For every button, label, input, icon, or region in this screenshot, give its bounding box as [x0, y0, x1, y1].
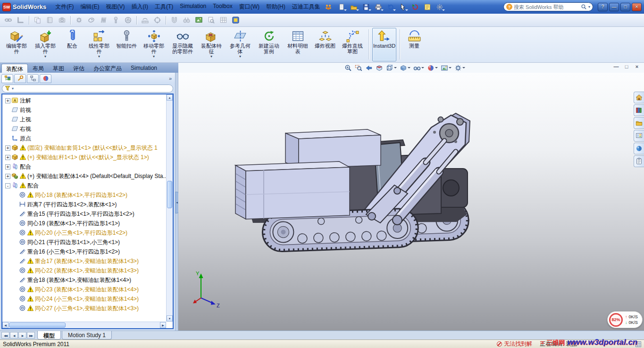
- ribbon-button-reference-geometry[interactable]: 参考几何体▾: [227, 28, 253, 61]
- menu-item[interactable]: 工具(T): [151, 1, 176, 12]
- tree-item[interactable]: 同心20 (小三角<1>,平行四边形1<2>): [3, 228, 166, 238]
- dropdown-arrow-icon[interactable]: ▾: [210, 55, 212, 58]
- caliper-icon[interactable]: [140, 15, 151, 25]
- cam-tool-icon[interactable]: [86, 15, 97, 25]
- options-button[interactable]: [434, 2, 445, 12]
- tree-item[interactable]: -配合: [3, 181, 166, 190]
- scroll-down-arrow[interactable]: ▼: [167, 315, 173, 322]
- open-file-button[interactable]: [348, 2, 360, 12]
- propertymanager-tab[interactable]: [14, 74, 26, 83]
- scroll-thumb[interactable]: [167, 181, 172, 208]
- bolt-tool-icon[interactable]: [110, 15, 121, 25]
- tree-item[interactable]: 同心23 (装配体<1>,变幅油缸装配体1<4>): [3, 285, 166, 294]
- command-tab[interactable]: Simulation: [126, 64, 161, 73]
- help-button[interactable]: ?: [598, 3, 608, 11]
- tree-horizontal-scrollbar[interactable]: ◀ ▶: [2, 322, 166, 328]
- tree-item[interactable]: +(+) 变幅油缸装配体1<4> (Default<Default_Displa…: [3, 171, 166, 181]
- save-button[interactable]: [360, 2, 372, 12]
- tree-item[interactable]: 右视: [3, 124, 166, 134]
- configurationmanager-tab[interactable]: [27, 74, 39, 83]
- plus-expander[interactable]: +: [5, 145, 10, 151]
- filter-funnel-icon[interactable]: [5, 85, 10, 91]
- panel-overflow-button[interactable]: »: [167, 76, 174, 81]
- restore-document-button[interactable]: □: [623, 64, 630, 69]
- ribbon-button-mate[interactable]: 配合: [61, 28, 83, 61]
- plus-expander[interactable]: +: [5, 98, 10, 103]
- tree-item[interactable]: 前视: [3, 105, 166, 115]
- file-properties-button[interactable]: [422, 2, 433, 12]
- solidworks-resources-home-icon[interactable]: [634, 92, 644, 103]
- tree-vertical-scrollbar[interactable]: ▲ ▼: [166, 94, 173, 322]
- menu-item[interactable]: 帮助(H): [263, 1, 289, 12]
- chain-link-icon[interactable]: [3, 15, 14, 25]
- view-palette-icon[interactable]: [634, 130, 644, 142]
- tree-item[interactable]: +(+) 变幅油缸杆1<1> (默认<<默认>_显示状态 1>): [3, 153, 166, 162]
- select-cursor-button[interactable]: [397, 2, 409, 12]
- scroll-right-arrow[interactable]: ▶: [160, 322, 166, 328]
- spreadsheet-icon[interactable]: [218, 15, 229, 25]
- plus-expander[interactable]: +: [5, 164, 10, 170]
- tree-item[interactable]: +配合: [3, 162, 166, 171]
- tree-item[interactable]: 重合16 (小三角<1>,平行四边形1<2>): [3, 247, 166, 256]
- ribbon-button-instant3d[interactable]: Instant3D: [372, 28, 396, 61]
- command-tab[interactable]: 草图: [49, 64, 68, 73]
- menu-item[interactable]: 视图(V): [103, 1, 128, 12]
- apply-scene-icon[interactable]: [441, 63, 452, 72]
- scroll-thumb-horizontal[interactable]: [9, 323, 66, 328]
- close-button[interactable]: ×: [632, 3, 642, 11]
- scroll-left-arrow[interactable]: ◀: [2, 322, 8, 328]
- tree-item[interactable]: 上视: [3, 115, 166, 124]
- zoom-to-area-icon[interactable]: [355, 63, 362, 72]
- print-preview-icon[interactable]: [206, 15, 217, 25]
- plus-expander[interactable]: +: [5, 174, 10, 179]
- hide-show-items-icon[interactable]: [413, 63, 424, 72]
- tree-item[interactable]: 重合18 (装配体<1>,变幅油缸装配体1<4>): [3, 275, 166, 285]
- tree-item[interactable]: +(固定) 变幅油缸套筒1<1> (默认<<默认>_显示状态 1: [3, 143, 166, 153]
- camera-icon[interactable]: [57, 15, 67, 25]
- minus-expander[interactable]: -: [5, 183, 10, 188]
- design-binder-icon[interactable]: [44, 15, 55, 25]
- file-explorer-icon[interactable]: [634, 117, 644, 129]
- close-document-button[interactable]: ×: [634, 64, 640, 69]
- prev-tab-button[interactable]: ◀: [10, 332, 18, 339]
- minimize-button[interactable]: —: [609, 3, 619, 11]
- first-tab-button[interactable]: ◀◀: [1, 332, 9, 339]
- command-tab[interactable]: 布局: [28, 64, 48, 73]
- ribbon-button-linear-component-pattern[interactable]: 线性零部件▾: [86, 28, 112, 61]
- dropdown-arrow-icon[interactable]: ▾: [44, 55, 46, 58]
- search-input[interactable]: [514, 4, 579, 10]
- minimize-document-button[interactable]: —: [613, 64, 619, 69]
- tree-item[interactable]: 同心21 (平行四边形1<1>,小三角<1>): [3, 238, 166, 247]
- ribbon-button-new-motion-study[interactable]: 新建运动算例: [256, 28, 282, 61]
- menu-item[interactable]: 编辑(E): [77, 1, 103, 12]
- scroll-up-arrow[interactable]: ▲: [167, 94, 173, 101]
- tree-item[interactable]: 同心22 (装配体<1>,变幅油缸装配体1<3>): [3, 266, 166, 275]
- panel-splitter[interactable]: ◂: [175, 73, 178, 331]
- ribbon-button-bill-of-materials[interactable]: 材料明细表: [285, 28, 310, 61]
- spring-tool-icon[interactable]: [98, 15, 109, 25]
- tree-item[interactable]: 同心19 (装配体<1>,平行四边形1<1>): [3, 219, 166, 228]
- document-tab[interactable]: Motion Study 1: [62, 331, 112, 340]
- design-library-icon[interactable]: [634, 104, 644, 116]
- tree-item[interactable]: 同心18 (装配体<1>,平行四边形1<2>): [3, 190, 166, 200]
- section-view-icon[interactable]: [376, 63, 383, 72]
- assembly-model[interactable]: [178, 73, 644, 331]
- print-button[interactable]: [373, 2, 384, 12]
- view-orientation-icon[interactable]: [386, 63, 397, 72]
- filter-dropdown-icon[interactable]: ▾: [12, 86, 14, 91]
- view-settings-icon[interactable]: [454, 63, 465, 72]
- command-tab[interactable]: 装配体: [1, 64, 28, 73]
- command-tab[interactable]: 评估: [69, 64, 89, 73]
- menu-item[interactable]: 文件(F): [52, 1, 77, 12]
- maximize-button[interactable]: □: [620, 3, 630, 11]
- ribbon-button-edit-component[interactable]: 编辑零部件: [4, 28, 29, 61]
- menu-item[interactable]: Simulation: [176, 1, 209, 12]
- plus-expander[interactable]: +: [5, 155, 10, 160]
- document-tab[interactable]: 模型: [37, 331, 61, 340]
- menu-item[interactable]: 窗口(W): [236, 1, 263, 12]
- tree-item[interactable]: 距离7 (平行四边形1<2>,装配体<1>): [3, 200, 166, 209]
- appearances-scenes-icon[interactable]: [634, 143, 644, 154]
- tree-item[interactable]: 同心24 (小三角<1>,变幅油缸装配体1<4>): [3, 294, 166, 304]
- featuremanager-tab[interactable]: [1, 74, 13, 83]
- last-tab-button[interactable]: ▶▶: [27, 332, 35, 339]
